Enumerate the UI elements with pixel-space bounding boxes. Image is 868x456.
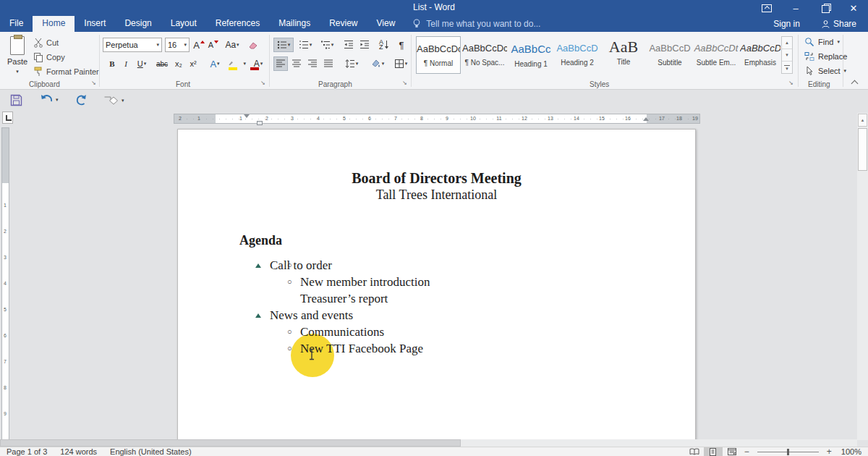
- tab-home[interactable]: Home: [33, 16, 75, 32]
- page-count[interactable]: Page 1 of 3: [0, 447, 54, 456]
- superscript-button[interactable]: x²: [187, 56, 200, 71]
- clipboard-dialog-launcher[interactable]: ↘: [91, 80, 96, 86]
- select-button[interactable]: Select▾: [804, 66, 846, 76]
- increase-indent-button[interactable]: [357, 38, 372, 52]
- highlight-color-button[interactable]: ▾: [227, 56, 246, 71]
- style-subtitle[interactable]: AaBbCcD Subtitle: [647, 36, 692, 74]
- zoom-slider-thumb[interactable]: [787, 449, 789, 455]
- borders-button[interactable]: ▾: [391, 56, 411, 71]
- styles-scroll-down-button[interactable]: ▼: [782, 49, 792, 62]
- draw-shape-button[interactable]: ▾: [103, 94, 124, 106]
- tab-view[interactable]: View: [367, 16, 405, 32]
- first-line-indent-marker[interactable]: [244, 114, 250, 118]
- style-emphasis[interactable]: AaBbCcDt Emphasis: [740, 36, 780, 74]
- font-dialog-launcher[interactable]: ↘: [260, 80, 265, 86]
- tab-references[interactable]: References: [206, 16, 269, 32]
- close-button[interactable]: ✕: [839, 0, 868, 16]
- vertical-ruler[interactable]: 1 2 3 4 5 6 7 8 9: [1, 127, 9, 443]
- style-normal[interactable]: AaBbCcDc ¶ Normal: [416, 36, 461, 74]
- cut-button[interactable]: Cut: [33, 38, 59, 48]
- restore-button[interactable]: [810, 0, 839, 16]
- zoom-slider[interactable]: [757, 452, 819, 452]
- tab-design[interactable]: Design: [115, 16, 161, 32]
- replace-button[interactable]: Replace: [804, 51, 847, 62]
- styles-dialog-launcher[interactable]: ↘: [788, 80, 793, 86]
- share-button[interactable]: Share: [810, 19, 868, 29]
- zoom-level[interactable]: 100%: [835, 447, 868, 456]
- line-spacing-button[interactable]: ▾: [341, 56, 362, 71]
- strikethrough-button[interactable]: abc: [153, 56, 171, 71]
- tab-stop-selector[interactable]: [2, 111, 13, 124]
- styles-more-button[interactable]: ▼: [782, 62, 792, 74]
- tab-insert[interactable]: Insert: [75, 16, 115, 32]
- scroll-up-button[interactable]: ▲: [858, 114, 867, 127]
- zoom-in-button[interactable]: +: [824, 447, 835, 456]
- tell-me-box[interactable]: Tell me what you want to do...: [404, 16, 548, 32]
- redo-button[interactable]: [75, 94, 88, 106]
- word-count[interactable]: 124 words: [54, 447, 103, 456]
- underline-button[interactable]: U▾: [133, 56, 150, 71]
- text-effects-button[interactable]: A▾: [205, 56, 224, 71]
- language-status[interactable]: English (United States): [103, 447, 198, 456]
- paste-button[interactable]: Paste ▾: [4, 36, 30, 80]
- shrink-font-button[interactable]: A: [207, 38, 220, 52]
- save-button[interactable]: [10, 94, 22, 106]
- change-case-button[interactable]: Aa▾: [223, 38, 242, 52]
- shading-button[interactable]: ▾: [367, 56, 388, 71]
- subscript-button[interactable]: x₂: [172, 56, 185, 71]
- horizontal-ruler[interactable]: 2 1 1 2 3 4 5 6 7 8 9 10 11 12 13 14 15 …: [174, 114, 700, 124]
- undo-dropdown-icon[interactable]: ▾: [56, 97, 59, 103]
- styles-scroll-up-button[interactable]: ▲: [782, 37, 792, 49]
- line-spacing-icon: [345, 59, 355, 69]
- vertical-scrollbar-thumb[interactable]: [858, 128, 867, 171]
- decrease-indent-button[interactable]: [341, 38, 356, 52]
- ribbon-display-options-button[interactable]: [752, 0, 781, 16]
- bullets-button[interactable]: ▾: [273, 38, 294, 52]
- zoom-out-button[interactable]: −: [741, 447, 752, 456]
- font-size-combo[interactable]: 16▾: [165, 38, 190, 52]
- undo-icon: [40, 94, 54, 106]
- find-button[interactable]: Find▾: [804, 37, 840, 47]
- grow-font-button[interactable]: A: [192, 38, 205, 52]
- style-subtle-emphasis[interactable]: AaBbCcDt Subtle Em...: [694, 36, 739, 74]
- minimize-button[interactable]: –: [781, 0, 810, 16]
- format-painter-button[interactable]: Format Painter: [33, 67, 99, 77]
- multilevel-list-button[interactable]: ▾: [317, 38, 337, 52]
- restore-icon: [822, 5, 828, 12]
- shapes-dropdown-icon[interactable]: ▾: [122, 98, 124, 104]
- tab-layout[interactable]: Layout: [161, 16, 206, 32]
- horizontal-scrollbar[interactable]: [0, 439, 857, 447]
- collapse-ribbon-button[interactable]: [851, 80, 859, 88]
- show-hide-pilcrow-button[interactable]: ¶: [395, 38, 408, 52]
- sort-button[interactable]: AZ: [376, 38, 392, 52]
- bold-button[interactable]: B: [106, 56, 119, 71]
- right-indent-marker[interactable]: [643, 117, 649, 121]
- tab-review[interactable]: Review: [320, 16, 367, 32]
- clear-formatting-button[interactable]: [246, 38, 260, 52]
- paste-dropdown-icon[interactable]: ▾: [16, 69, 19, 74]
- align-left-button[interactable]: [273, 56, 288, 71]
- print-layout-button[interactable]: [704, 447, 723, 456]
- copy-button[interactable]: Copy: [33, 52, 65, 62]
- font-color-button[interactable]: A▾: [249, 56, 268, 71]
- left-indent-marker[interactable]: [257, 121, 263, 125]
- italic-button[interactable]: I: [120, 56, 132, 71]
- numbering-button[interactable]: ▾: [295, 38, 315, 52]
- align-right-button[interactable]: [305, 56, 320, 71]
- document-page[interactable]: Board of Directors Meeting Tall Trees In…: [177, 129, 696, 443]
- undo-button[interactable]: ▾: [40, 94, 59, 106]
- justify-button[interactable]: [321, 56, 336, 71]
- align-center-button[interactable]: [289, 56, 304, 71]
- style-heading1[interactable]: AaBbCc Heading 1: [509, 36, 553, 74]
- sign-in-link[interactable]: Sign in: [763, 19, 810, 29]
- style-title[interactable]: AaB Title: [601, 36, 646, 74]
- style-heading2[interactable]: AaBbCcD Heading 2: [555, 36, 600, 74]
- read-mode-button[interactable]: [685, 447, 704, 456]
- tab-mailings[interactable]: Mailings: [269, 16, 320, 32]
- web-layout-button[interactable]: [723, 447, 741, 456]
- paragraph-dialog-launcher[interactable]: ↘: [402, 80, 407, 86]
- horizontal-scrollbar-thumb[interactable]: [0, 439, 461, 447]
- tab-file[interactable]: File: [0, 16, 33, 32]
- style-no-spacing[interactable]: AaBbCcDc ¶ No Spac...: [462, 36, 507, 74]
- font-name-combo[interactable]: Perpetua▾: [103, 38, 162, 52]
